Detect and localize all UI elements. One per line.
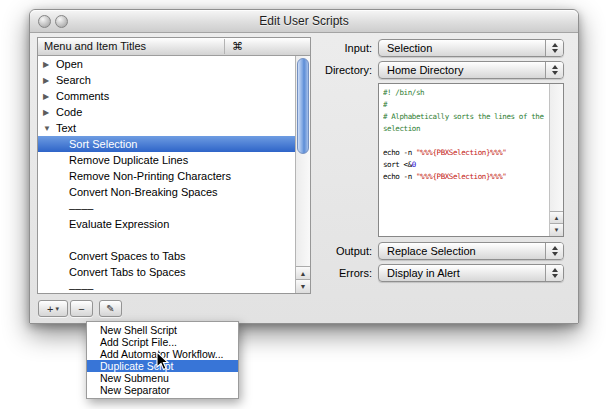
list-item-label: Convert Spaces to Tabs <box>69 250 186 262</box>
input-label: Input: <box>296 39 372 57</box>
edit-user-scripts-window: Edit User Scripts Menu and Item Titles ⌘… <box>29 9 579 324</box>
output-popup-value: Replace Selection <box>379 245 545 257</box>
list-item-row[interactable]: Remove Duplicate Lines <box>38 152 295 168</box>
desktop: Edit User Scripts Menu and Item Titles ⌘… <box>0 0 606 409</box>
popup-arrows-icon <box>545 265 563 281</box>
script-code[interactable]: #! /bin/sh## Alphabetically sorts the li… <box>383 87 546 234</box>
title-bar[interactable]: Edit User Scripts <box>30 10 578 33</box>
code-line: # <box>383 99 546 111</box>
code-line: #! /bin/sh <box>383 87 546 99</box>
disclosure-closed-icon[interactable]: ▶ <box>43 57 56 73</box>
remove-script-button[interactable]: − <box>70 300 93 317</box>
script-list-body: ▶Open▶Search▶Comments▶Code▼TextSort Sele… <box>38 56 295 293</box>
output-label: Output: <box>296 242 372 260</box>
popup-arrows-icon <box>545 62 563 78</box>
code-line: echo -n "%%%{PBXSelection}%%%" <box>383 147 546 159</box>
list-item-row[interactable]: Remove Non-Printing Characters <box>38 168 295 184</box>
menu-item[interactable]: New Submenu <box>87 372 238 384</box>
directory-popup-value: Home Directory <box>379 64 545 76</box>
list-item-label: –––– <box>69 282 93 293</box>
list-item-row[interactable]: ▼Text <box>38 120 295 136</box>
list-item-label: Convert Non-Breaking Spaces <box>69 186 218 198</box>
list-item-row[interactable] <box>38 232 295 248</box>
script-editor[interactable]: #! /bin/sh## Alphabetically sorts the li… <box>378 83 564 237</box>
add-script-button[interactable]: + ▾ <box>38 300 68 317</box>
list-header: Menu and Item Titles ⌘ <box>38 38 310 56</box>
list-toolbar: + ▾ − ✎ <box>38 300 122 317</box>
menu-item[interactable]: New Shell Script <box>87 324 238 336</box>
list-item-label: Sort Selection <box>69 138 137 150</box>
list-item-label: Convert Tabs to Spaces <box>69 266 186 278</box>
menu-arrow-icon: ▾ <box>55 305 59 313</box>
directory-popup[interactable]: Home Directory <box>378 61 564 79</box>
output-popup[interactable]: Replace Selection <box>378 242 564 260</box>
list-item-row[interactable]: Convert Tabs to Spaces <box>38 264 295 280</box>
code-line: sort <&0 <box>383 159 546 171</box>
pencil-icon: ✎ <box>106 303 114 314</box>
popup-arrows-icon <box>545 40 563 56</box>
list-separator-row[interactable]: –––– <box>38 200 295 216</box>
list-item-label: Code <box>56 106 82 118</box>
list-item-label: –––– <box>69 202 93 214</box>
list-separator-row[interactable]: –––– <box>38 280 295 293</box>
list-item-label: Remove Non-Printing Characters <box>69 170 231 182</box>
errors-label: Errors: <box>296 264 372 282</box>
disclosure-closed-icon[interactable]: ▶ <box>43 89 56 105</box>
list-item-row[interactable]: Sort Selection <box>38 136 295 152</box>
menu-item[interactable]: New Separator <box>87 384 238 396</box>
column-header-titles[interactable]: Menu and Item Titles <box>44 38 146 55</box>
errors-popup[interactable]: Display in Alert <box>378 264 564 282</box>
list-item-label: Search <box>56 74 91 86</box>
code-line <box>383 135 546 147</box>
plus-icon: + <box>47 303 53 315</box>
list-item-row[interactable]: ▶Code <box>38 104 295 120</box>
list-item-label: Text <box>56 122 76 134</box>
list-item-label: Evaluate Expression <box>69 218 169 230</box>
list-item-row[interactable]: ▶Search <box>38 72 295 88</box>
scroll-down-icon[interactable]: ▼ <box>550 223 563 236</box>
script-list: Menu and Item Titles ⌘ ▶Open▶Search▶Comm… <box>37 37 311 294</box>
list-item-row[interactable]: ▶Comments <box>38 88 295 104</box>
input-popup-value: Selection <box>379 42 545 54</box>
disclosure-closed-icon[interactable]: ▶ <box>43 73 56 89</box>
list-item-row[interactable]: ▶Open <box>38 56 295 72</box>
list-item-row[interactable]: Convert Spaces to Tabs <box>38 248 295 264</box>
directory-label: Directory: <box>296 61 372 79</box>
column-header-shortcut[interactable]: ⌘ <box>225 38 302 55</box>
list-item-row[interactable]: Convert Non-Breaking Spaces <box>38 184 295 200</box>
list-item-row[interactable]: Evaluate Expression <box>38 216 295 232</box>
window-title: Edit User Scripts <box>30 10 578 32</box>
list-item-label: Remove Duplicate Lines <box>69 154 188 166</box>
code-line: echo -n "%%%{PBXSelection}%%%" <box>383 171 546 183</box>
minus-icon: − <box>78 303 84 315</box>
editor-vertical-scrollbar[interactable]: ▲ ▼ <box>549 84 563 236</box>
input-popup[interactable]: Selection <box>378 39 564 57</box>
list-item-label: Comments <box>56 90 109 102</box>
edit-script-button[interactable]: ✎ <box>99 300 122 317</box>
disclosure-closed-icon[interactable]: ▶ <box>43 105 56 121</box>
list-item-label: Open <box>56 58 83 70</box>
popup-arrows-icon <box>545 243 563 259</box>
mouse-cursor-icon <box>156 351 170 371</box>
menu-item[interactable]: Add Script File... <box>87 336 238 348</box>
errors-popup-value: Display in Alert <box>379 267 545 279</box>
disclosure-open-icon[interactable]: ▼ <box>43 121 56 137</box>
code-line: # Alphabetically sorts the lines of the … <box>383 111 546 135</box>
